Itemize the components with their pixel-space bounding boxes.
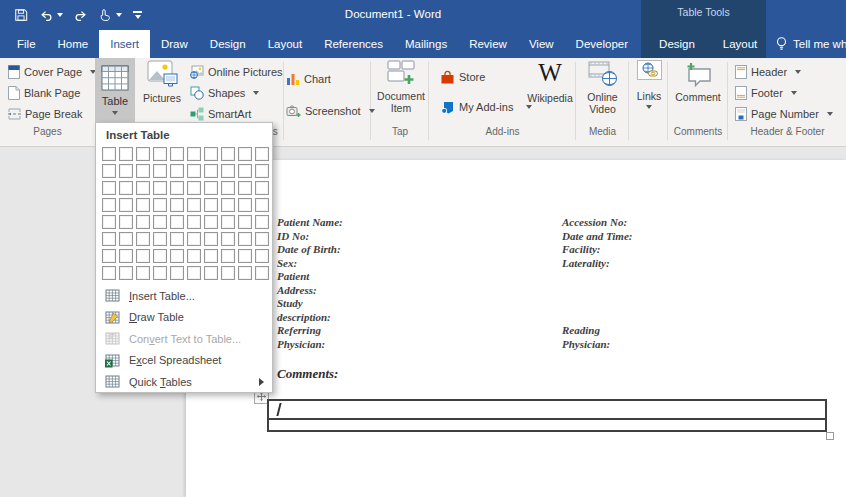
- insert-table-grid-cell[interactable]: [136, 266, 150, 280]
- insert-table-grid-cell[interactable]: [102, 249, 116, 263]
- tab-draw[interactable]: Draw: [150, 30, 199, 58]
- insert-table-grid-cell[interactable]: [170, 232, 184, 246]
- pictures-button[interactable]: Pictures: [138, 60, 186, 104]
- insert-table-grid-cell[interactable]: [102, 266, 116, 280]
- insert-table-grid-cell[interactable]: [221, 181, 235, 195]
- insert-table-grid-cell[interactable]: [153, 164, 167, 178]
- insert-table-grid-cell[interactable]: [136, 232, 150, 246]
- chart-button[interactable]: Chart: [286, 70, 331, 88]
- insert-table-grid-cell[interactable]: [238, 249, 252, 263]
- tab-review[interactable]: Review: [458, 30, 518, 58]
- tab-home[interactable]: Home: [47, 30, 100, 58]
- insert-table-grid-cell[interactable]: [170, 198, 184, 212]
- store-button[interactable]: Store: [440, 68, 485, 86]
- insert-table-grid-cell[interactable]: [136, 249, 150, 263]
- insert-table-grid-cell[interactable]: [255, 198, 269, 212]
- insert-table-grid-cell[interactable]: [119, 232, 133, 246]
- page-break-button[interactable]: Page Break: [8, 105, 82, 123]
- insert-table-grid-cell[interactable]: [221, 249, 235, 263]
- insert-table-grid-cell[interactable]: [119, 181, 133, 195]
- tab-mailings[interactable]: Mailings: [394, 30, 458, 58]
- table-cell-row2[interactable]: [269, 420, 825, 430]
- insert-table-grid-cell[interactable]: [187, 232, 201, 246]
- insert-table-grid-cell[interactable]: [119, 147, 133, 161]
- insert-table-grid-cell[interactable]: [136, 181, 150, 195]
- insert-table-grid-cell[interactable]: [119, 164, 133, 178]
- tab-layout-table-tools[interactable]: Layout: [712, 30, 768, 58]
- insert-table-grid-cell[interactable]: [119, 198, 133, 212]
- insert-table-grid-cell[interactable]: [221, 147, 235, 161]
- insert-table-grid-cell[interactable]: [255, 249, 269, 263]
- insert-table-grid-cell[interactable]: [204, 147, 218, 161]
- insert-table-grid-cell[interactable]: [187, 215, 201, 229]
- page-number-button[interactable]: Page Number: [735, 105, 833, 123]
- tab-insert[interactable]: Insert: [99, 30, 150, 58]
- insert-table-grid-cell[interactable]: [170, 164, 184, 178]
- insert-table-grid-cell[interactable]: [136, 164, 150, 178]
- insert-table-grid-cell[interactable]: [170, 266, 184, 280]
- insert-table-grid-cell[interactable]: [204, 232, 218, 246]
- insert-table-grid-cell[interactable]: [238, 232, 252, 246]
- insert-table-grid-cell[interactable]: [187, 147, 201, 161]
- tab-layout[interactable]: Layout: [257, 30, 314, 58]
- insert-table-grid-cell[interactable]: [255, 164, 269, 178]
- insert-table-grid-cell[interactable]: [238, 181, 252, 195]
- insert-table-grid-cell[interactable]: [153, 266, 167, 280]
- comment-button[interactable]: Comment: [671, 60, 725, 103]
- shapes-button[interactable]: Shapes: [190, 84, 259, 102]
- insert-table-grid-cell[interactable]: [221, 198, 235, 212]
- insert-table-grid-cell[interactable]: [238, 147, 252, 161]
- insert-table-grid-cell[interactable]: [153, 215, 167, 229]
- insert-table-grid-cell[interactable]: [102, 198, 116, 212]
- table-cell-row1[interactable]: [269, 401, 825, 420]
- tab-references[interactable]: References: [313, 30, 394, 58]
- tab-design[interactable]: Design: [199, 30, 257, 58]
- document-item-button[interactable]: Document Item: [374, 60, 428, 114]
- insert-table-grid-cell[interactable]: [204, 266, 218, 280]
- menu-item-excel-spreadsheet[interactable]: Excel Spreadsheet: [96, 350, 272, 372]
- links-button[interactable]: Links: [632, 60, 666, 109]
- insert-table-grid-cell[interactable]: [102, 147, 116, 161]
- wikipedia-button[interactable]: W Wikipedia: [524, 60, 576, 104]
- insert-table-grid-cell[interactable]: [204, 249, 218, 263]
- insert-table-grid-cell[interactable]: [221, 232, 235, 246]
- insert-table-grid-cell[interactable]: [119, 266, 133, 280]
- insert-table-grid-cell[interactable]: [204, 198, 218, 212]
- screenshot-button[interactable]: Screenshot: [286, 102, 375, 120]
- insert-table-grid-cell[interactable]: [221, 266, 235, 280]
- insert-table-grid-cell[interactable]: [187, 164, 201, 178]
- insert-table-grid-cell[interactable]: [187, 181, 201, 195]
- menu-item-quick-tables[interactable]: Quick Tables: [96, 371, 272, 393]
- insert-table-grid-cell[interactable]: [204, 215, 218, 229]
- smartart-button[interactable]: SmartArt: [190, 105, 251, 123]
- insert-table-grid-cell[interactable]: [153, 198, 167, 212]
- header-button[interactable]: Header: [735, 63, 801, 81]
- insert-table-grid-cell[interactable]: [119, 215, 133, 229]
- insert-table-grid-cell[interactable]: [221, 215, 235, 229]
- insert-table-grid-cell[interactable]: [102, 181, 116, 195]
- insert-table-grid-cell[interactable]: [187, 249, 201, 263]
- tell-me-box[interactable]: Tell me wh: [775, 30, 846, 58]
- insert-table-grid-cell[interactable]: [255, 232, 269, 246]
- menu-item-insert-table[interactable]: Insert Table...: [96, 285, 272, 307]
- insert-table-grid-cell[interactable]: [170, 147, 184, 161]
- insert-table-grid-cell[interactable]: [255, 147, 269, 161]
- insert-table-grid-cell[interactable]: [255, 181, 269, 195]
- insert-table-grid-cell[interactable]: [238, 198, 252, 212]
- menu-item-draw-table[interactable]: Draw Table: [96, 307, 272, 329]
- insert-table-grid-cell[interactable]: [102, 232, 116, 246]
- document-page[interactable]: Patient Name:ID No:Date of Birth:Sex:Pat…: [186, 160, 846, 497]
- insert-table-grid-cell[interactable]: [238, 164, 252, 178]
- insert-table-grid-cell[interactable]: [153, 232, 167, 246]
- insert-table-grid-cell[interactable]: [153, 249, 167, 263]
- insert-table-grid-cell[interactable]: [102, 164, 116, 178]
- table-resize-handle[interactable]: [826, 432, 834, 440]
- insert-table-grid-cell[interactable]: [102, 215, 116, 229]
- insert-table-grid-cell[interactable]: [170, 215, 184, 229]
- insert-table-grid-cell[interactable]: [170, 181, 184, 195]
- insert-table-grid-cell[interactable]: [153, 181, 167, 195]
- insert-table-grid-cell[interactable]: [221, 164, 235, 178]
- insert-table-grid-cell[interactable]: [238, 266, 252, 280]
- tab-file[interactable]: File: [6, 30, 47, 58]
- my-addins-button[interactable]: My Add-ins: [440, 98, 532, 116]
